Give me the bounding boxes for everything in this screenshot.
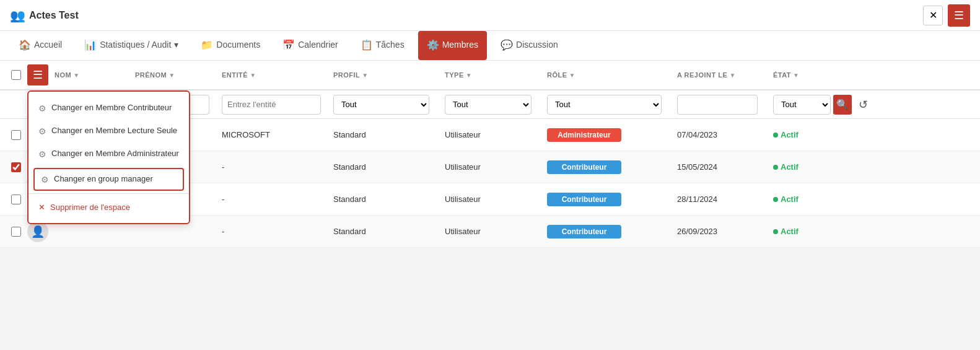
bulk-action-menu-button[interactable]: ☰ <box>27 64 48 85</box>
row-checkbox[interactable] <box>11 195 21 204</box>
dropdown-item-lecture-label: Changer en Membre Lecture Seule <box>51 126 177 135</box>
select-all-checkbox-cell <box>5 70 27 80</box>
row-checkbox-cell <box>5 130 27 140</box>
sort-arrow-entite: ▼ <box>250 72 256 79</box>
documents-icon: 📁 <box>201 39 213 51</box>
filter-role-select[interactable]: Tout <box>547 95 662 115</box>
select-all-checkbox[interactable] <box>11 70 21 80</box>
col-header-entite[interactable]: ENTITÉ ▼ <box>222 71 333 79</box>
cell-rejoint-0: 07/04/2023 <box>677 130 773 139</box>
nav-item-statistiques[interactable]: 📊 Statistiques / Audit ▾ <box>76 31 187 60</box>
status-badge-actif: Actif <box>773 130 798 139</box>
cell-profil-1: Standard <box>333 162 445 172</box>
dropdown-divider <box>28 193 189 194</box>
bulk-action-dropdown: ⚙ Changer en Membre Contributeur ⚙ Chang… <box>27 90 190 224</box>
dropdown-item-group-manager[interactable]: ⚙ Changer en group manager <box>33 168 184 191</box>
dropdown-item-contributeur-label: Changer en Membre Contributeur <box>51 103 172 112</box>
header-actions: ✕ ☰ <box>923 4 970 27</box>
cell-role-2: Contributeur <box>547 193 677 206</box>
gear-icon: ⚙ <box>38 149 46 159</box>
dropdown-item-lecture[interactable]: ⚙ Changer en Membre Lecture Seule <box>28 120 189 142</box>
filter-profil-select[interactable]: Tout <box>333 95 429 115</box>
status-badge-actif: Actif <box>773 162 798 172</box>
dropdown-item-admin[interactable]: ⚙ Changer en Membre Administrateur <box>28 142 189 165</box>
row-checkbox-cell <box>5 227 27 237</box>
filter-profil-cell: Tout <box>333 95 445 115</box>
filter-entite-input[interactable] <box>222 95 321 115</box>
nav-item-calendrier[interactable]: 📅 Calendrier <box>274 31 347 60</box>
cell-etat-2: Actif <box>773 195 872 204</box>
nav-item-accueil[interactable]: 🏠 Accueil <box>10 31 71 60</box>
cell-role-3: Contributeur <box>547 225 677 238</box>
cell-rejoint-1: 15/05/2024 <box>677 162 773 172</box>
dropdown-item-contributeur[interactable]: ⚙ Changer en Membre Contributeur <box>28 97 189 120</box>
filter-rejoint-input[interactable] <box>677 95 758 115</box>
table-header: ☰ NOM ▼ PRÉNOM ▼ ENTITÉ ▼ PROFIL ▼ TYPE … <box>0 61 980 90</box>
calendar-icon: 📅 <box>282 39 295 51</box>
cell-profil-0: Standard <box>333 130 445 139</box>
nav-item-taches[interactable]: 📋 Tâches <box>352 31 413 60</box>
sort-arrow-rejoint: ▼ <box>729 72 735 79</box>
status-dot <box>773 133 778 138</box>
dropdown-item-supprimer-label: Supprimer de l'espace <box>50 203 130 212</box>
row-checkbox[interactable] <box>11 130 21 140</box>
sort-arrow-profil: ▼ <box>362 72 368 79</box>
status-badge-actif: Actif <box>773 227 798 236</box>
filter-etat-cell: Tout 🔍 ↺ <box>773 95 872 115</box>
nav-item-statistiques-label: Statistiques / Audit <box>100 40 171 50</box>
cell-entite-2: - <box>222 195 333 204</box>
cell-type-0: Utilisateur <box>445 130 547 139</box>
nav-item-documents-label: Documents <box>216 40 260 50</box>
hamburger-menu-button[interactable]: ☰ <box>948 4 970 27</box>
nav-item-accueil-label: Accueil <box>34 40 62 50</box>
nav-item-taches-label: Tâches <box>376 40 405 50</box>
cell-entite-1: - <box>222 162 333 172</box>
cell-type-1: Utilisateur <box>445 162 547 172</box>
row-checkbox-cell <box>5 195 27 204</box>
close-button[interactable]: ✕ <box>923 6 943 25</box>
col-header-nom[interactable]: NOM ▼ <box>55 71 135 79</box>
gear-icon: ⚙ <box>41 175 49 185</box>
col-header-profil[interactable]: PROFIL ▼ <box>333 71 445 79</box>
app-title: Actes Test <box>29 10 79 21</box>
row-checkbox-cell <box>5 162 27 172</box>
home-icon: 🏠 <box>19 39 31 51</box>
row-checkbox[interactable] <box>11 227 21 237</box>
filter-entite-cell <box>222 95 333 115</box>
cell-profil-2: Standard <box>333 195 445 204</box>
chevron-down-icon: ▾ <box>174 40 178 50</box>
filter-role-cell: Tout <box>547 95 677 115</box>
nav-item-discussion[interactable]: 💬 Discussion <box>492 31 567 60</box>
status-badge-actif: Actif <box>773 195 798 204</box>
col-prenom-label: PRÉNOM <box>135 71 167 79</box>
filter-type-select[interactable]: Tout <box>445 95 532 115</box>
filter-etat-select[interactable]: Tout <box>773 95 831 115</box>
col-header-etat[interactable]: ÉTAT ▼ <box>773 71 872 79</box>
status-dot <box>773 165 778 170</box>
bulk-action-button-cell: ☰ <box>27 64 55 85</box>
row-checkbox[interactable] <box>11 162 21 172</box>
sort-arrow-role: ▼ <box>569 72 575 79</box>
col-header-role[interactable]: RÔLE ▼ <box>547 71 677 79</box>
dropdown-item-supprimer[interactable]: ✕ Supprimer de l'espace <box>28 196 189 218</box>
discussion-icon: 💬 <box>501 39 513 51</box>
col-etat-label: ÉTAT <box>773 71 791 79</box>
sort-arrow-prenom: ▼ <box>168 72 175 79</box>
sort-arrow-nom: ▼ <box>73 72 79 79</box>
nav-item-membres[interactable]: ⚙️ Membres <box>418 31 487 60</box>
gear-icon: ⚙ <box>38 126 46 136</box>
role-badge-admin: Administrateur <box>547 128 621 142</box>
cell-type-3: Utilisateur <box>445 227 547 236</box>
col-header-type[interactable]: TYPE ▼ <box>445 71 547 79</box>
role-badge-contributeur: Contributeur <box>547 225 621 238</box>
cell-entite-3: - <box>222 227 333 236</box>
sort-arrow-type: ▼ <box>466 72 472 79</box>
col-header-rejoint[interactable]: A REJOINT LE ▼ <box>677 71 773 79</box>
app-header: 👥 Actes Test ✕ ☰ <box>0 0 980 31</box>
col-header-prenom[interactable]: PRÉNOM ▼ <box>135 71 222 79</box>
reset-button[interactable]: ↺ <box>854 95 872 115</box>
nav-item-documents[interactable]: 📁 Documents <box>192 31 269 60</box>
status-dot <box>773 229 778 234</box>
filter-rejoint-cell <box>677 95 773 115</box>
search-button[interactable]: 🔍 <box>833 95 851 115</box>
